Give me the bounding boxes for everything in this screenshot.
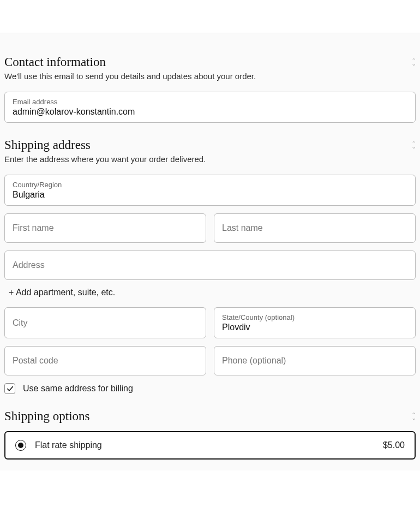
options-section: Shipping options ⌃⌄ Flat rate shipping $… [4,409,416,460]
state-value: Plovdiv [222,323,407,332]
shipping-subtitle: Enter the address where you want your or… [4,154,416,164]
add-apartment-link[interactable]: + Add apartment, suite, etc. [9,288,416,297]
country-field[interactable]: Country/Region Bulgaria [4,175,416,206]
radio-selected-icon [15,440,26,451]
email-label: Email address [13,98,407,106]
city-input[interactable] [13,318,198,328]
last-name-input[interactable] [222,223,407,233]
state-field[interactable]: State/County (optional) Plovdiv [214,307,416,338]
address-input[interactable] [13,260,407,270]
billing-checkbox[interactable] [4,383,15,394]
email-value: admin@kolarov-konstantin.com [13,107,407,117]
shipping-option-flat-rate[interactable]: Flat rate shipping $5.00 [4,431,416,460]
postal-field[interactable] [4,346,206,375]
first-name-input[interactable] [13,223,198,233]
address-field[interactable] [4,250,416,280]
billing-checkbox-label: Use same address for billing [23,384,133,393]
phone-field[interactable] [214,346,416,375]
contact-title: Contact information [4,55,106,69]
postal-input[interactable] [13,356,198,366]
country-label: Country/Region [13,181,407,189]
first-name-field[interactable] [4,213,206,243]
shipping-section: Shipping address ⌃⌄ Enter the address wh… [4,138,416,394]
check-icon [7,385,14,392]
country-value: Bulgaria [13,190,407,200]
phone-input[interactable] [222,356,407,366]
email-field[interactable]: Email address admin@kolarov-konstantin.c… [4,92,416,123]
state-label: State/County (optional) [222,313,407,321]
last-name-field[interactable] [214,213,416,243]
options-title: Shipping options [4,409,90,423]
shipping-option-label: Flat rate shipping [35,440,102,450]
expand-collapse-icon[interactable]: ⌃⌄ [412,413,416,420]
city-field[interactable] [4,307,206,338]
contact-section: Contact information ⌃⌄ We'll use this em… [4,55,416,123]
expand-collapse-icon[interactable]: ⌃⌄ [412,59,416,66]
shipping-title: Shipping address [4,138,91,152]
contact-subtitle: We'll use this email to send you details… [4,71,416,81]
shipping-option-price: $5.00 [383,440,405,450]
expand-collapse-icon[interactable]: ⌃⌄ [412,142,416,149]
